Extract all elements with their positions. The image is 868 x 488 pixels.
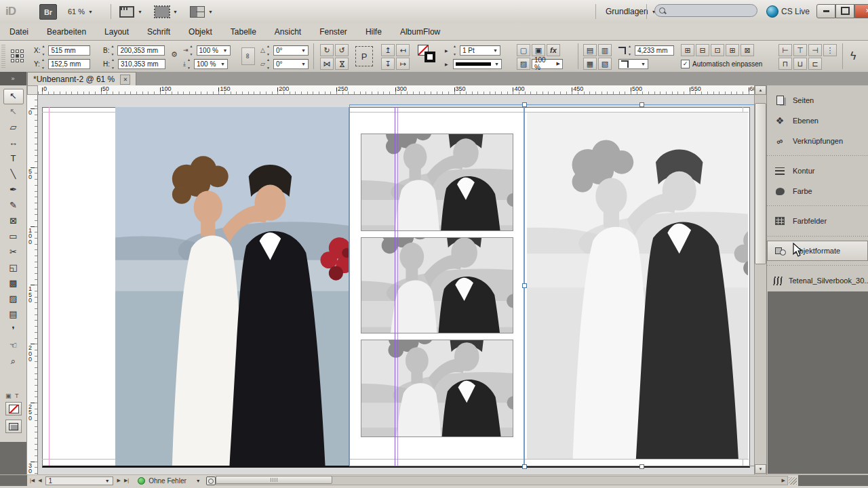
formatting-text-icon[interactable]: T [15, 392, 19, 399]
wrap-jump-button[interactable]: ▧ [598, 58, 612, 70]
align-middle-button[interactable]: ⊔ [793, 58, 807, 70]
bridge-button[interactable]: Br [39, 4, 57, 20]
eyedropper-tool[interactable]: ❜ [3, 323, 24, 338]
note-tool[interactable]: ▤ [3, 307, 24, 323]
page-number-dropdown[interactable]: 1 ▼ [45, 476, 113, 485]
align-top-button[interactable]: ⊓ [778, 58, 792, 70]
menu-item[interactable]: Layout [104, 27, 129, 37]
stepper[interactable]: ▲▼ [267, 45, 273, 56]
autofit-checkbox[interactable]: ✓ [681, 60, 690, 68]
panel-item-library[interactable]: Tetenal_Silverbook_30... [767, 270, 868, 291]
panel-grip[interactable] [1, 45, 5, 68]
screen-mode-toggle[interactable] [5, 420, 22, 433]
zoom-tool[interactable]: ⌕ [3, 354, 24, 369]
view-options-button[interactable]: ▼ [119, 4, 142, 19]
wrap-bounding-box-button[interactable]: ▥ [598, 44, 612, 56]
cs-live-icon[interactable] [766, 5, 778, 18]
menu-item[interactable]: Bearbeiten [47, 27, 86, 37]
document-tab[interactable]: *Unbenannt-2 @ 61 % ✕ [27, 72, 136, 86]
align-center-button[interactable]: ⊤ [793, 44, 807, 56]
close-tab-icon[interactable]: ✕ [120, 75, 130, 85]
minimize-button[interactable] [816, 4, 835, 18]
scale-y-value[interactable]: 100 %▼ [194, 59, 228, 69]
menu-item[interactable]: Fenster [319, 27, 347, 37]
menu-item[interactable]: Schrift [147, 27, 170, 37]
stepper[interactable]: ▲▼ [628, 45, 634, 56]
previous-page-button[interactable]: ◀ [38, 478, 41, 483]
fit-content-to-frame-button[interactable]: ⊞ [681, 44, 694, 56]
fit-frame-to-content-button[interactable]: ⊟ [696, 44, 709, 56]
ruler-origin-box[interactable] [27, 85, 38, 95]
menu-item[interactable]: Hilfe [366, 27, 382, 37]
type-tool[interactable]: T [3, 151, 24, 167]
menu-item[interactable]: Ansicht [275, 27, 301, 37]
rotation-value[interactable]: 0°▼ [273, 45, 309, 56]
reference-point-proxy[interactable] [11, 49, 24, 62]
stepper[interactable]: ▲▼ [267, 58, 273, 69]
rotation-angle-field[interactable]: △ ▲▼ 0°▼ [260, 44, 309, 56]
selection-handle[interactable] [522, 464, 527, 469]
scroll-down-button[interactable]: ▼ [755, 464, 766, 474]
stepper[interactable]: ▲▼ [111, 58, 117, 69]
stroke-weight-field[interactable]: ▲▼ 1 Pt▼ [453, 44, 500, 56]
scroll-right-button[interactable]: ▶ [782, 478, 785, 483]
maximize-button[interactable] [835, 4, 854, 18]
flip-vertical-button[interactable]: ⋈ [335, 58, 349, 70]
gap-tool[interactable]: ↔ [3, 136, 24, 151]
fx-button[interactable]: fx [547, 44, 560, 56]
selection-handle[interactable] [522, 102, 527, 107]
selected-frame-center[interactable] [349, 104, 524, 466]
selection-handle[interactable] [522, 283, 527, 288]
search-input[interactable] [654, 4, 757, 17]
selected-frame-right[interactable] [524, 104, 754, 466]
selection-handle[interactable] [639, 102, 644, 107]
stepper[interactable]: ▲▼ [453, 45, 459, 56]
page-tool[interactable]: ▱ [3, 120, 24, 136]
direct-selection-tool[interactable]: ↖ [3, 104, 24, 120]
shear-angle-field[interactable]: ▱ ▲▼ 0°▼ [260, 58, 309, 70]
scroll-up-button[interactable]: ▲ [755, 85, 766, 95]
stepper[interactable]: ▲▼ [190, 45, 196, 56]
x-position-field[interactable]: X: ▲▼ 515 mm [34, 44, 90, 56]
menu-item[interactable]: Objekt [189, 27, 212, 37]
constrain-scale-link-button[interactable]: ∞ [241, 47, 256, 65]
y-value[interactable]: 152,5 mm [48, 59, 90, 69]
panel-item-seiten[interactable]: Seiten [767, 90, 868, 110]
document-canvas[interactable] [38, 95, 754, 474]
corner-style-dropdown[interactable]: ▼ [618, 58, 648, 70]
center-content-button[interactable]: ⊡ [711, 44, 724, 56]
panel-item-farbe[interactable]: Farbe [767, 181, 868, 201]
scale-x-field[interactable]: ⇥ ▲▼ 100 %▼ [183, 44, 231, 56]
last-page-button[interactable]: ▶| [124, 478, 129, 483]
shear-value[interactable]: 0°▼ [273, 59, 309, 69]
panel-item-farbfelder[interactable]: Farbfelder [767, 211, 868, 231]
screen-mode-button[interactable]: ▼ [155, 4, 178, 19]
h-value[interactable]: 310,353 mm [118, 59, 165, 69]
stroke-style-dropdown[interactable]: ▼ [453, 58, 502, 70]
fill-frame-button[interactable]: ⊠ [741, 44, 754, 56]
select-container-indicator[interactable]: P [355, 46, 373, 66]
selection-tool[interactable]: ↖ [3, 89, 24, 104]
panel-item-ebenen[interactable]: Ebenen [767, 110, 868, 131]
wrap-none-button[interactable]: ▤ [583, 44, 597, 56]
cs-live-label[interactable]: CS Live [781, 4, 810, 19]
flip-horizontal-button[interactable]: ⋈ [320, 58, 334, 70]
corner-radius-value[interactable]: 4,233 mm [635, 45, 674, 56]
selection-handle[interactable] [639, 464, 644, 469]
align-bottom-button[interactable]: ⊏ [808, 58, 822, 70]
stepper[interactable]: ▲▼ [111, 45, 117, 56]
panel-item-verknuepfungen[interactable]: Verknüpfungen [767, 131, 868, 151]
menu-item[interactable]: Datei [9, 27, 28, 37]
stepper[interactable]: ▲▼ [41, 58, 47, 69]
height-field[interactable]: H: ▲▼ 310,353 mm [103, 58, 165, 70]
hand-tool[interactable]: ☜ [3, 338, 24, 354]
quick-apply-button[interactable]: ϟ [850, 50, 856, 62]
select-content-button[interactable]: ↧ [381, 58, 395, 70]
frame-tool[interactable]: ⊠ [3, 214, 24, 229]
preflight-panel-icon[interactable] [206, 476, 216, 485]
corner-radius-field[interactable]: ▲▼ 4,233 mm [618, 44, 674, 56]
free-transform-tool[interactable]: ◱ [3, 260, 24, 276]
panel-item-kontur[interactable]: Kontur [767, 161, 868, 181]
fit-proportionally-button[interactable]: ⊞ [726, 44, 739, 56]
select-previous-object-button[interactable]: ↤ [396, 44, 410, 56]
